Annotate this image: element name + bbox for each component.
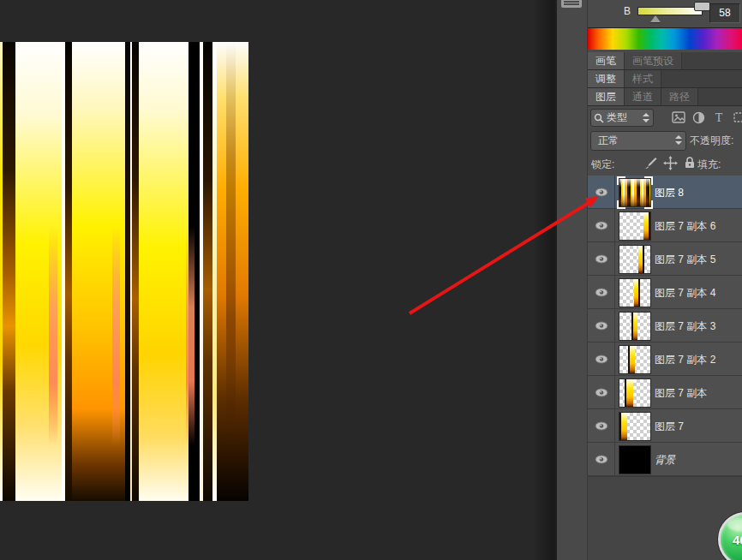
panel-tab-row: 图层通道路径 (588, 88, 742, 106)
lock-label: 锁定: (591, 158, 614, 172)
eye-icon[interactable] (595, 354, 608, 364)
layer-name[interactable]: 图层 7 副本 (655, 386, 707, 401)
canvas-stripe (226, 42, 236, 501)
layer-name[interactable]: 图层 7 副本 2 (655, 353, 715, 367)
layer-name[interactable]: 图层 7 (655, 420, 684, 434)
layer-row[interactable]: 图层 7 副本 5 (588, 242, 742, 276)
layer-thumbnail[interactable] (619, 278, 651, 307)
filter-kind-select[interactable]: 类型 (590, 109, 654, 127)
tab-brush[interactable]: 画笔 (588, 52, 625, 69)
tab-channels[interactable]: 通道 (625, 88, 661, 105)
slider-handle-icon[interactable] (650, 15, 661, 22)
filter-type-layers-icon[interactable]: T (713, 111, 727, 124)
lock-paint-icon[interactable] (644, 156, 659, 170)
layer-thumbnail[interactable] (619, 245, 651, 274)
tab-layers[interactable]: 图层 (588, 88, 625, 105)
canvas-stripe (3, 42, 15, 501)
layer-row[interactable]: 图层 7 副本 4 (588, 276, 742, 309)
lock-transparency-icon[interactable] (624, 156, 638, 170)
layer-visibility-toggle[interactable] (588, 409, 615, 442)
layer-name[interactable]: 图层 7 副本 6 (655, 219, 715, 234)
layer-thumbnail[interactable] (619, 211, 651, 241)
layer-name[interactable]: 背景 (655, 453, 675, 468)
layer-thumbnail[interactable] (619, 412, 651, 441)
layer-name[interactable]: 图层 7 副本 4 (655, 286, 715, 301)
layer-filter-row: 类型 T (588, 106, 742, 129)
eye-icon[interactable] (595, 388, 608, 397)
thumbnail-selection-corner (644, 200, 653, 209)
filter-kind-label: 类型 (607, 110, 627, 126)
lock-all-icon[interactable] (684, 156, 698, 170)
filter-pixel-layers-icon[interactable] (672, 111, 685, 124)
panel-tab-row: 调整样式 (588, 70, 742, 88)
eye-icon[interactable] (595, 455, 608, 464)
layer-name[interactable]: 图层 7 副本 3 (655, 319, 715, 334)
panel-menu-icon[interactable] (561, 0, 582, 8)
search-icon (594, 112, 604, 122)
canvas-stripe (203, 42, 212, 501)
layer-visibility-toggle[interactable] (588, 376, 615, 408)
canvas-stripe (139, 42, 188, 501)
color-slider-area: B 58 (588, 0, 742, 27)
layer-row[interactable]: 图层 7 副本 3 (588, 309, 742, 343)
filter-shape-layers-icon[interactable] (733, 111, 742, 124)
eye-icon[interactable] (595, 321, 608, 331)
filter-adjustment-layers-icon[interactable] (692, 111, 706, 124)
tab-styles[interactable]: 样式 (625, 70, 661, 87)
eye-icon[interactable] (595, 221, 608, 230)
layer-thumbnail[interactable] (619, 445, 651, 474)
layer-visibility-toggle[interactable] (588, 242, 615, 275)
eye-icon[interactable] (595, 254, 608, 264)
blend-mode-value: 正常 (598, 132, 619, 150)
layer-visibility-toggle[interactable] (588, 309, 615, 342)
layer-name[interactable]: 图层 7 副本 5 (655, 253, 715, 267)
slider-handle-partial[interactable] (694, 2, 710, 11)
canvas-stripe (186, 42, 194, 501)
canvas-workspace (0, 0, 555, 560)
layer-row[interactable]: 图层 7 (588, 409, 742, 443)
layer-visibility-toggle[interactable] (588, 209, 615, 241)
layer-visibility-toggle[interactable] (588, 343, 615, 375)
svg-text:T: T (715, 111, 723, 123)
thumbnail-stripe (631, 313, 637, 340)
layer-row[interactable]: 背景 (588, 443, 742, 476)
memory-ball-badge[interactable]: 46% (718, 512, 742, 560)
layer-thumbnail[interactable] (619, 178, 651, 207)
canvas-stripe (112, 42, 120, 501)
color-spectrum-bar[interactable] (588, 27, 742, 50)
lock-row: 锁定: 填充: (588, 152, 742, 176)
layer-visibility-toggle[interactable] (588, 276, 615, 308)
thumbnail-selection-corner (644, 176, 653, 185)
layer-thumbnail[interactable] (619, 312, 651, 341)
layer-name[interactable]: 图层 8 (655, 186, 684, 200)
canvas-image[interactable] (0, 42, 248, 501)
layer-row[interactable]: 图层 8 (588, 176, 742, 209)
channel-b-value[interactable]: 58 (709, 3, 740, 23)
panel-tab-row: 画笔画笔预设 (588, 52, 742, 70)
canvas-stripe (65, 42, 72, 501)
canvas-stripe (132, 42, 139, 501)
layer-thumbnail[interactable] (619, 345, 651, 374)
brightness-slider[interactable] (637, 7, 703, 15)
layer-visibility-toggle[interactable] (588, 443, 615, 475)
thumbnail-stripe (625, 379, 633, 407)
tab-adjustments[interactable]: 调整 (588, 70, 625, 87)
blend-mode-row: 正常 不透明度: (588, 129, 742, 152)
layer-row[interactable]: 图层 7 副本 (588, 376, 742, 409)
layer-visibility-toggle[interactable] (588, 176, 615, 208)
layer-thumbnail[interactable] (619, 378, 651, 408)
eye-icon[interactable] (595, 421, 608, 431)
eye-icon[interactable] (595, 188, 608, 197)
lock-position-icon[interactable] (663, 156, 678, 170)
blend-mode-select[interactable]: 正常 (590, 131, 686, 151)
canvas-stripe (49, 42, 57, 501)
layer-row[interactable]: 图层 7 副本 6 (588, 209, 742, 242)
layer-row[interactable]: 图层 7 副本 2 (588, 343, 742, 376)
tab-brush-presets[interactable]: 画笔预设 (625, 52, 682, 69)
updown-arrows-icon (643, 112, 649, 123)
tab-paths[interactable]: 路径 (661, 88, 698, 105)
eye-icon[interactable] (595, 288, 608, 297)
photoshop-window: B 58 画笔画笔预设调整样式图层通道路径 类型 (0, 0, 742, 560)
thumbnail-stripe (634, 279, 640, 307)
thumbnail-stripe (628, 346, 635, 373)
